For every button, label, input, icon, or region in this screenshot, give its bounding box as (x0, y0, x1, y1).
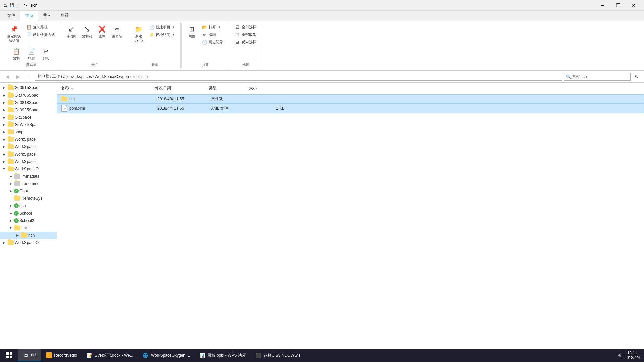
sidebar-item-workspacei3[interactable]: ▶ WorkSpaceI (0, 150, 57, 158)
file-type: XML 文件 (211, 106, 251, 111)
copy-icon: 📋 (12, 47, 20, 55)
cut-button[interactable]: ✂ 剪切 (39, 46, 53, 62)
sidebar-item-workspacei1[interactable]: ▶ WorkSpaceI (0, 136, 57, 143)
copy-to-button[interactable]: ↘ 复制到 (80, 24, 94, 40)
sidebar-item-school[interactable]: ▶ School (0, 209, 57, 217)
quick-access-icon[interactable]: 💾 (9, 3, 15, 8)
date-display: 2018/4/4 (624, 355, 640, 360)
select-all-button[interactable]: ☑ 全部选择 (233, 24, 258, 31)
file-type: 文件夹 (211, 96, 251, 102)
sidebar-item-gitworkspace[interactable]: ▶ GitWorkSpa (0, 121, 57, 128)
input-method-icon[interactable]: 英 (618, 353, 622, 358)
path-computer[interactable]: 此电脑 (37, 74, 49, 79)
search-box[interactable]: 🔍 (564, 73, 631, 81)
copy-path-button[interactable]: 📋 复制路径 (24, 24, 57, 31)
sidebar-item-git0925[interactable]: ▶ Git0925Spac (0, 106, 57, 114)
tab-file[interactable]: 文件 (3, 11, 20, 21)
column-name[interactable]: 名称 ▲ (61, 84, 155, 93)
sidebar-item-git0515[interactable]: ▶ Git0515Spac (0, 84, 57, 92)
sidebar-label: WorkSpaceO (15, 167, 39, 171)
sidebar-item-gitspace[interactable]: ▶ GitSpace (0, 114, 57, 121)
new-folder-button[interactable]: 📁 新建文件夹 (131, 24, 146, 45)
maximize-button[interactable]: ❐ (610, 0, 626, 11)
properties-button[interactable]: ⊞ 属性 (185, 24, 199, 40)
redo-icon[interactable]: ↪ (23, 3, 28, 8)
column-type[interactable]: 类型 (209, 84, 249, 93)
sidebar-label: Git0818Spac (15, 100, 38, 105)
green-check-icon (14, 189, 19, 193)
move-to-button[interactable]: ↙ 移动到 (64, 24, 78, 40)
taskbar-item-recordvedio[interactable]: RecordVedio (42, 349, 81, 361)
taskbar-item-workspace[interactable]: 🌐 WorkSpaceOxygen ... (138, 349, 194, 361)
sidebar-item-workspacei4[interactable]: ▶ WorkSpaceI (0, 158, 57, 165)
sidebar-item-remotesys[interactable]: RemoteSys (0, 195, 57, 202)
path-workspaces[interactable]: workspaces (70, 74, 92, 79)
paste-button[interactable]: 📄 粘贴 (24, 46, 38, 62)
copy-to-icon: ↘ (83, 25, 91, 33)
sidebar-item-recomme[interactable]: ▶ .recomme (0, 180, 57, 187)
paste-shortcut-button[interactable]: 📄 粘贴快捷方式 (24, 31, 57, 38)
refresh-button[interactable]: ↻ (632, 72, 641, 81)
sidebar: ▶ Git0515Spac ▶ Git0706Spac ▶ Git0818Spa… (0, 83, 57, 362)
taskbar-item-svn[interactable]: 📝 SVN笔记.docx - WP... (82, 349, 138, 361)
column-size[interactable]: 大小 (249, 84, 282, 93)
sidebar-item-rich[interactable]: ▶ rich (0, 202, 57, 209)
invert-selection-button[interactable]: ⊞ 反向选择 (233, 39, 258, 45)
open-icon: 📂 (202, 24, 207, 30)
tab-share[interactable]: 共享 (38, 11, 56, 21)
expand-icon: ▶ (1, 122, 7, 127)
sidebar-item-git0706[interactable]: ▶ Git0706Spac (0, 92, 57, 99)
forward-button[interactable]: ▶ (13, 72, 23, 81)
search-input[interactable] (571, 74, 628, 79)
path-tmp[interactable]: tmp (132, 74, 139, 79)
expand-icon: ▼ (1, 166, 7, 172)
pin-quick-access-button[interactable]: 📌 固定到快速访问 (5, 24, 23, 45)
new-item-button[interactable]: 📄 新建项目 ▼ (147, 24, 178, 31)
sidebar-item-shop[interactable]: ▶ shop (0, 128, 57, 136)
expand-icon: ▶ (1, 107, 7, 113)
expand-icon: ▶ (1, 144, 7, 149)
path-rich[interactable]: rich (141, 74, 148, 79)
time-display: 13:11 (624, 351, 640, 355)
sidebar-item-workspaceo2[interactable]: ▶ WorkSpaceO (0, 239, 57, 246)
easy-access-button[interactable]: ⚡ 轻松访问 ▼ (147, 31, 178, 38)
up-button[interactable]: ↑ (24, 72, 34, 81)
sidebar-item-rich-selected[interactable]: ▶ rich (0, 232, 57, 239)
organize-label: 组织 (91, 63, 98, 67)
taskbar-item-select[interactable]: ⬛ 选择C:\WINDOWS\s... (251, 349, 308, 361)
start-button[interactable] (1, 349, 17, 362)
copy-button[interactable]: 📋 复制 (10, 46, 23, 62)
tab-view[interactable]: 查看 (56, 11, 73, 21)
file-row-src[interactable]: src 2018/4/4 11:55 文件夹 (57, 94, 644, 103)
tab-home[interactable]: 主页 (20, 11, 38, 21)
back-button[interactable]: ◀ (3, 72, 12, 81)
path-workspace-oxygen[interactable]: WorkSpaceOxygen (95, 74, 129, 79)
file-row-pom[interactable]: xml pom.xml 2018/4/4 11:55 XML 文件 1 KB (57, 103, 644, 113)
path-drive[interactable]: 工作 (D:) (52, 74, 68, 79)
deselect-all-button[interactable]: ☐ 全部取消 (233, 31, 258, 38)
sidebar-item-workspaceo[interactable]: ▼ WorkSpaceO (0, 165, 57, 173)
open-button[interactable]: 📂 打开 ▼ (200, 24, 225, 31)
address-path[interactable]: 此电脑 › 工作 (D:) › workspaces › WorkSpaceOx… (35, 73, 562, 81)
sidebar-item-tmp[interactable]: ▼ tmp (0, 224, 57, 232)
ribbon-group-select: ☑ 全部选择 ☐ 全部取消 ⊞ 反向选择 选择 (230, 22, 261, 69)
undo-icon[interactable]: ↩ (16, 3, 21, 8)
sidebar-item-good[interactable]: ▶ Good (0, 187, 57, 195)
rename-button[interactable]: ✏ 重命名 (110, 24, 124, 40)
history-button[interactable]: 🕐 历史记录 (200, 39, 225, 45)
clipboard-buttons: 📌 固定到快速访问 📋 复制路径 📄 粘贴快捷方式 (5, 24, 57, 45)
column-date[interactable]: 修改日期 (155, 84, 209, 93)
delete-button[interactable]: ❌ 删除 (95, 24, 109, 40)
sidebar-item-school2[interactable]: ▶ School2 (0, 217, 57, 224)
sidebar-label: GitSpace (15, 115, 31, 120)
taskbar-item-pptx[interactable]: 📊 黑板.pptx - WPS 演示 (195, 349, 250, 361)
move-icon: ↙ (67, 25, 75, 33)
close-button[interactable]: ✕ (626, 0, 641, 11)
sidebar-item-metadata[interactable]: ▶ .metadata (0, 173, 57, 180)
minimize-button[interactable]: ─ (595, 0, 610, 11)
ribbon: 文件 主页 共享 查看 📌 固定到快速访问 📋 复制路径 📄 粘贴快 (0, 11, 644, 71)
sidebar-item-workspacei2[interactable]: ▶ WorkSpaceI (0, 143, 57, 150)
edit-button[interactable]: ✏ 编辑 (200, 31, 225, 38)
sidebar-item-git0818[interactable]: ▶ Git0818Spac (0, 99, 57, 106)
taskbar-item-rich[interactable]: 🗂 rich (18, 349, 41, 361)
